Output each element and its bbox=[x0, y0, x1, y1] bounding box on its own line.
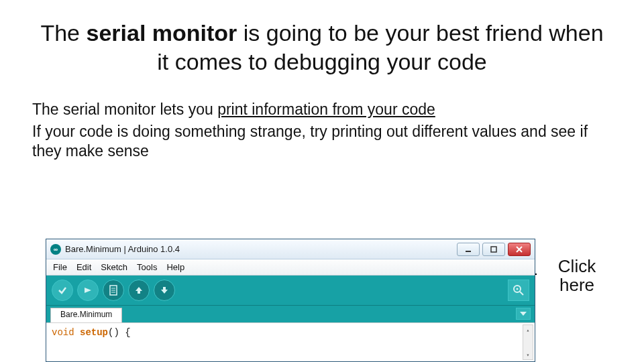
maximize-button[interactable] bbox=[482, 243, 505, 256]
arduino-window: ∞ Bare.Minimum | Arduino 1.0.4 File Ed bbox=[46, 239, 535, 362]
svg-rect-1 bbox=[491, 247, 496, 252]
body-line-1-underline: print information from your code bbox=[217, 101, 435, 118]
annotation-line-2: here bbox=[530, 276, 624, 295]
slide-title: The serial monitor is going to be your b… bbox=[32, 19, 612, 76]
editor-scrollbar[interactable]: ▴ ▾ bbox=[523, 324, 533, 360]
svg-point-15 bbox=[517, 288, 519, 290]
body-line-2: If your code is doing something strange,… bbox=[32, 122, 612, 161]
code-keyword-setup: setup bbox=[80, 327, 108, 338]
new-sketch-button[interactable] bbox=[103, 280, 124, 301]
arrow-up-icon bbox=[133, 285, 144, 296]
body-line-1-pre: The serial monitor lets you bbox=[32, 101, 217, 118]
svg-marker-16 bbox=[520, 312, 527, 316]
check-icon bbox=[57, 285, 68, 296]
code-editor[interactable]: void setup() { ▴ ▾ bbox=[46, 322, 535, 361]
close-icon bbox=[516, 246, 523, 253]
scroll-down-icon: ▾ bbox=[523, 350, 533, 359]
tab-row: Bare.Minimum bbox=[46, 305, 535, 322]
svg-rect-11 bbox=[163, 287, 166, 290]
arduino-app-icon: ∞ bbox=[50, 244, 61, 255]
code-rest: () { bbox=[108, 327, 131, 338]
tab-menu-button[interactable] bbox=[516, 308, 531, 320]
click-here-annotation: Click here bbox=[530, 257, 624, 295]
save-sketch-button[interactable] bbox=[154, 280, 175, 301]
code-keyword-void: void bbox=[52, 327, 74, 338]
chevron-down-icon bbox=[520, 311, 527, 316]
verify-button[interactable] bbox=[52, 280, 73, 301]
menu-tools[interactable]: Tools bbox=[137, 262, 157, 272]
arrow-right-icon bbox=[83, 285, 93, 296]
open-sketch-button[interactable] bbox=[128, 280, 150, 301]
menu-help[interactable]: Help bbox=[166, 262, 184, 272]
arduino-screenshot: ∞ Bare.Minimum | Arduino 1.0.4 File Ed bbox=[46, 239, 535, 362]
close-button[interactable] bbox=[508, 243, 531, 256]
serial-monitor-icon bbox=[513, 284, 525, 296]
title-bold: serial monitor bbox=[86, 20, 237, 46]
svg-marker-9 bbox=[136, 287, 142, 291]
minimize-button[interactable] bbox=[457, 243, 480, 256]
menu-bar: File Edit Sketch Tools Help bbox=[46, 259, 535, 276]
upload-button[interactable] bbox=[77, 280, 99, 301]
window-title-text: Bare.Minimum | Arduino 1.0.4 bbox=[65, 244, 453, 254]
svg-marker-12 bbox=[161, 290, 168, 294]
window-titlebar: ∞ Bare.Minimum | Arduino 1.0.4 bbox=[46, 239, 535, 259]
tab-bare-minimum[interactable]: Bare.Minimum bbox=[50, 308, 122, 322]
maximize-icon bbox=[490, 246, 497, 253]
body-line-1: The serial monitor lets you print inform… bbox=[32, 100, 612, 119]
annotation-line-1: Click bbox=[530, 257, 624, 276]
menu-edit[interactable]: Edit bbox=[76, 262, 91, 272]
slide-body: The serial monitor lets you print inform… bbox=[32, 100, 612, 160]
svg-line-14 bbox=[520, 292, 523, 295]
arrow-down-icon bbox=[159, 285, 170, 296]
serial-monitor-button[interactable] bbox=[508, 280, 529, 301]
scroll-up-icon: ▴ bbox=[523, 325, 533, 335]
minimize-icon bbox=[465, 246, 472, 253]
new-file-icon bbox=[109, 285, 118, 296]
menu-file[interactable]: File bbox=[53, 262, 67, 272]
toolbar bbox=[46, 276, 535, 305]
menu-sketch[interactable]: Sketch bbox=[101, 262, 127, 272]
title-pre: The bbox=[40, 20, 86, 46]
svg-marker-4 bbox=[85, 288, 91, 293]
svg-rect-10 bbox=[138, 291, 140, 294]
